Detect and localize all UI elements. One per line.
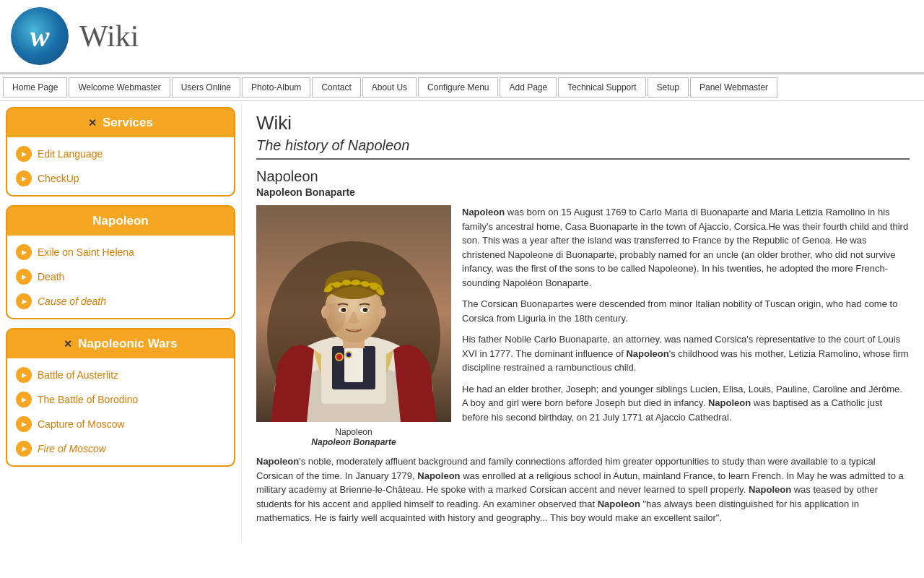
sidebar-item-battle-austerlitz[interactable]: Battle of Austerlitz — [7, 363, 234, 387]
svg-point-16 — [342, 280, 351, 285]
arrow-icon — [16, 146, 32, 162]
sidebar-section-napoleonic-wars: ✕ Napoleonic Wars Battle of Austerlitz T… — [6, 328, 235, 467]
nav-setup[interactable]: Setup — [648, 77, 689, 98]
sidebar-item-cause-of-death[interactable]: Cause of death — [7, 289, 234, 314]
arrow-icon — [16, 269, 32, 285]
services-section-header: ✕ Services — [7, 108, 234, 137]
image-caption: Napoleon Napoleon Bonaparte — [256, 427, 451, 447]
content-image-row: Napoleon Napoleon Bonaparte Napoleon was… — [256, 205, 910, 447]
sidebar-item-death[interactable]: Death — [7, 264, 234, 289]
main-content: Wiki The history of Napoleon Napoleon Na… — [242, 101, 924, 543]
napoleon-items: Exile on Saint Helena Death Cause of dea… — [7, 236, 234, 318]
sidebar-item-fire-moscow[interactable]: Fire of Moscow — [7, 436, 234, 461]
text-column: Napoleon was born on 15 August 1769 to C… — [462, 205, 910, 447]
nav-contact[interactable]: Contact — [312, 77, 360, 98]
services-section-title: Services — [103, 116, 153, 130]
svg-point-17 — [352, 280, 360, 285]
arrow-icon — [16, 171, 32, 186]
main-layout: ✕ Services Edit Language CheckUp Napoleo… — [0, 101, 924, 543]
arrow-icon — [16, 293, 32, 309]
arrow-icon — [16, 441, 32, 457]
svg-point-8 — [336, 354, 342, 360]
napoleonic-wars-items: Battle of Austerlitz The Battle of Borod… — [7, 358, 234, 465]
sidebar: ✕ Services Edit Language CheckUp Napoleo… — [0, 101, 242, 543]
sidebar-section-services: ✕ Services Edit Language CheckUp — [6, 107, 235, 197]
site-logo: w — [11, 7, 69, 65]
navigation-bar: Home Page Welcome Webmaster Users Online… — [0, 74, 924, 101]
logo-letter: w — [30, 20, 50, 53]
nav-about-us[interactable]: About Us — [362, 77, 417, 98]
nav-configure-menu[interactable]: Configure Menu — [418, 77, 498, 98]
site-title: Wiki — [79, 19, 139, 53]
arrow-icon — [16, 416, 32, 432]
sidebar-item-battle-borodino[interactable]: The Battle of Borodino — [7, 387, 234, 412]
nav-panel-webmaster[interactable]: Panel Webmaster — [690, 77, 777, 98]
sidebar-item-capture-moscow[interactable]: Capture of Moscow — [7, 412, 234, 436]
arrow-icon — [16, 367, 32, 383]
nav-add-page[interactable]: Add Page — [500, 77, 557, 98]
person-subname: Napoleon Bonaparte — [256, 186, 910, 198]
svg-point-24 — [363, 308, 368, 312]
napoleon-portrait — [256, 205, 451, 422]
nav-technical-support[interactable]: Technical Support — [558, 77, 645, 98]
napoleon-image-block: Napoleon Napoleon Bonaparte — [256, 205, 451, 447]
sidebar-item-exile[interactable]: Exile on Saint Helena — [7, 240, 234, 264]
napoleon-section-title: Napoleon — [92, 214, 148, 228]
arrow-icon — [16, 244, 32, 260]
nav-users-online[interactable]: Users Online — [172, 77, 240, 98]
napoleon-section-header: Napoleon — [7, 207, 234, 236]
paragraph-5: Napoleon's noble, moderately affluent ba… — [256, 454, 910, 525]
napoleonic-wars-section-header: ✕ Napoleonic Wars — [7, 329, 234, 358]
page-subtitle: The history of Napoleon — [256, 137, 910, 160]
nav-photo-album[interactable]: Photo-Album — [242, 77, 310, 98]
services-items: Edit Language CheckUp — [7, 137, 234, 195]
full-width-text: Napoleon's noble, moderately affluent ba… — [256, 454, 910, 525]
paragraph-2: The Corsican Buonapartes were descended … — [462, 297, 910, 325]
paragraph-3: His father Nobile Carlo Buonaparte, an a… — [462, 332, 910, 375]
nav-welcome-webmaster[interactable]: Welcome Webmaster — [69, 77, 170, 98]
svg-point-27 — [323, 303, 345, 332]
svg-point-10 — [346, 353, 351, 357]
sidebar-section-napoleon: Napoleon Exile on Saint Helena Death Cau… — [6, 205, 235, 319]
paragraph-4: He had an elder brother, Joseph; and you… — [462, 382, 910, 425]
nav-home-page[interactable]: Home Page — [3, 77, 67, 98]
svg-point-26 — [378, 306, 386, 319]
page-header: w Wiki — [0, 0, 924, 74]
paragraph-1: Napoleon was born on 15 August 1769 to C… — [462, 205, 910, 290]
napoleonic-wars-section-title: Napoleonic Wars — [78, 337, 177, 351]
sidebar-item-edit-language[interactable]: Edit Language — [7, 142, 234, 166]
close-icon[interactable]: ✕ — [88, 117, 97, 129]
close-icon[interactable]: ✕ — [64, 338, 72, 350]
arrow-icon — [16, 392, 32, 407]
sidebar-item-checkup[interactable]: CheckUp — [7, 166, 234, 191]
person-name: Napoleon — [256, 168, 910, 185]
page-title: Wiki — [256, 112, 910, 134]
